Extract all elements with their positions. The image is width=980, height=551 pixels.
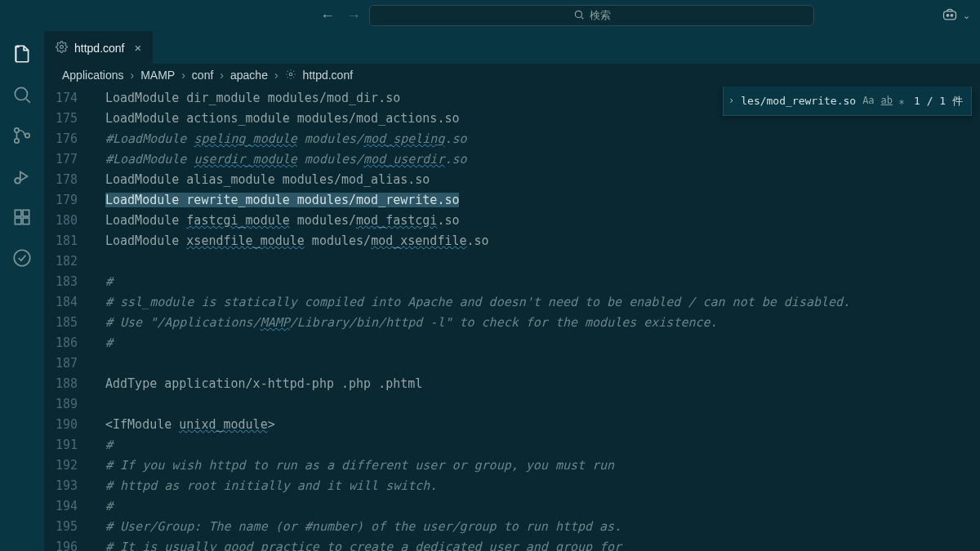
svg-point-8: [15, 139, 19, 143]
svg-rect-15: [23, 210, 29, 216]
activity-bar: [0, 31, 44, 551]
nav-forward-icon[interactable]: →: [346, 7, 361, 24]
tabs-row: httpd.conf ×: [44, 31, 980, 64]
svg-rect-14: [23, 218, 29, 224]
title-bar: ← → 検索 ⌄: [0, 0, 980, 31]
svg-point-4: [951, 14, 953, 16]
command-search[interactable]: 検索: [369, 5, 814, 26]
breadcrumb-part[interactable]: conf: [192, 69, 213, 82]
run-debug-icon[interactable]: [11, 165, 33, 188]
line-number: 175: [44, 109, 78, 129]
line-number: 189: [44, 394, 78, 415]
nav-arrows: ← →: [320, 7, 361, 24]
chevron-down-icon[interactable]: ⌄: [963, 11, 970, 21]
extensions-icon[interactable]: [11, 206, 33, 229]
code-line[interactable]: # If you wish httpd to run as a differen…: [105, 455, 980, 476]
code-line[interactable]: <IfModule unixd_module>: [105, 415, 980, 435]
code-line[interactable]: #: [105, 496, 980, 517]
line-number: 192: [44, 455, 78, 476]
svg-point-16: [14, 250, 30, 266]
svg-point-17: [60, 45, 64, 48]
code-line[interactable]: # It is usually good practice to create …: [105, 537, 980, 551]
tab-label: httpd.conf: [74, 42, 125, 55]
line-number: 185: [44, 313, 78, 333]
svg-line-1: [581, 16, 583, 19]
code-line[interactable]: [105, 394, 980, 415]
main-area: httpd.conf × Applications › MAMP › conf …: [0, 31, 980, 551]
line-number: 191: [44, 435, 78, 455]
tab-httpd-conf[interactable]: httpd.conf ×: [44, 31, 153, 64]
code-line[interactable]: # ssl_module is statically compiled into…: [105, 292, 980, 313]
svg-point-7: [15, 128, 19, 132]
line-number: 193: [44, 476, 78, 496]
find-input[interactable]: les/mod_rewrite.so: [741, 91, 856, 111]
regex-toggle[interactable]: ⁎: [899, 91, 904, 111]
title-right: ⌄: [942, 7, 970, 25]
source-control-icon[interactable]: [11, 124, 33, 147]
code-editor[interactable]: 1741751761771781791801811821831841851861…: [44, 87, 980, 551]
code-line[interactable]: # Use "/Applications/MAMP/Library/bin/ht…: [105, 313, 980, 333]
line-number: 186: [44, 333, 78, 353]
code-line[interactable]: LoadModule rewrite_module modules/mod_re…: [105, 190, 980, 211]
code-line[interactable]: [105, 251, 980, 272]
breadcrumb[interactable]: Applications › MAMP › conf › apache › ht…: [44, 64, 980, 87]
code-line[interactable]: LoadModule xsendfile_module modules/mod_…: [105, 231, 980, 251]
chevron-right-icon[interactable]: ›: [728, 91, 734, 111]
code-line[interactable]: #LoadModule speling_module modules/mod_s…: [105, 129, 980, 149]
code-line[interactable]: #LoadModule userdir_module modules/mod_u…: [105, 149, 980, 170]
breadcrumb-part[interactable]: MAMP: [140, 69, 175, 82]
code-line[interactable]: AddType application/x-httpd-php .php .ph…: [105, 374, 980, 394]
line-number: 176: [44, 129, 78, 149]
svg-point-11: [15, 178, 20, 184]
line-number: 194: [44, 496, 78, 517]
line-number: 180: [44, 211, 78, 231]
line-number: 188: [44, 374, 78, 394]
chevron-right-icon: ›: [181, 69, 185, 82]
editor-area: httpd.conf × Applications › MAMP › conf …: [44, 31, 980, 551]
code-line[interactable]: # User/Group: The name (or #number) of t…: [105, 517, 980, 537]
chevron-right-icon: ›: [274, 69, 278, 82]
svg-line-6: [26, 99, 30, 103]
search-placeholder: 検索: [590, 8, 611, 23]
chevron-right-icon: ›: [220, 69, 224, 82]
breadcrumb-part[interactable]: apache: [230, 69, 268, 82]
line-number-gutter: 1741751761771781791801811821831841851861…: [44, 87, 96, 551]
svg-marker-10: [20, 172, 28, 181]
svg-point-3: [947, 14, 949, 16]
line-number: 177: [44, 149, 78, 170]
code-line[interactable]: LoadModule fastcgi_module modules/mod_fa…: [105, 211, 980, 231]
line-number: 196: [44, 537, 78, 551]
breadcrumb-part[interactable]: Applications: [62, 69, 124, 82]
code-line[interactable]: #: [105, 272, 980, 292]
code-line[interactable]: # httpd as root initially and it will sw…: [105, 476, 980, 496]
code-line[interactable]: LoadModule alias_module modules/mod_alia…: [105, 170, 980, 190]
code-line[interactable]: #: [105, 333, 980, 353]
svg-point-9: [25, 133, 29, 137]
breadcrumb-part[interactable]: httpd.conf: [303, 69, 354, 82]
copilot-icon[interactable]: [942, 7, 958, 25]
line-number: 190: [44, 415, 78, 435]
svg-point-18: [289, 73, 292, 76]
line-number: 187: [44, 353, 78, 374]
line-number: 179: [44, 190, 78, 211]
line-number: 182: [44, 251, 78, 272]
close-icon[interactable]: ×: [135, 41, 142, 55]
code-line[interactable]: [105, 353, 980, 374]
check-circle-icon[interactable]: [11, 247, 33, 269]
search-icon: [573, 9, 585, 23]
chevron-right-icon: ›: [131, 69, 135, 82]
find-widget: › les/mod_rewrite.so Aa ab ⁎ 1 / 1 件: [723, 87, 972, 116]
svg-point-0: [575, 11, 581, 17]
code-lines[interactable]: LoadModule dir_module modules/mod_dir.so…: [96, 87, 980, 551]
nav-back-icon[interactable]: ←: [320, 7, 335, 24]
line-number: 183: [44, 272, 78, 292]
search-activity-icon[interactable]: [11, 83, 33, 106]
code-line[interactable]: #: [105, 435, 980, 455]
whole-word-toggle[interactable]: ab: [881, 91, 893, 111]
match-case-toggle[interactable]: Aa: [862, 91, 874, 111]
svg-rect-2: [944, 11, 956, 19]
line-number: 195: [44, 517, 78, 537]
line-number: 174: [44, 88, 78, 109]
explorer-icon[interactable]: [11, 42, 33, 65]
line-number: 184: [44, 292, 78, 313]
